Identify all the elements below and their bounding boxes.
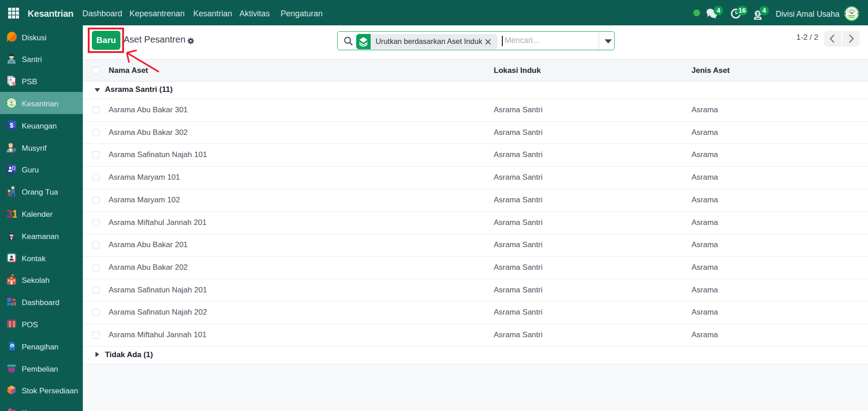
svg-text:$: $ [10, 121, 14, 129]
svg-text:$: $ [11, 344, 13, 348]
svg-text:3: 3 [6, 208, 12, 219]
svg-text:$: $ [757, 11, 759, 16]
svg-text:1: 1 [12, 208, 17, 219]
